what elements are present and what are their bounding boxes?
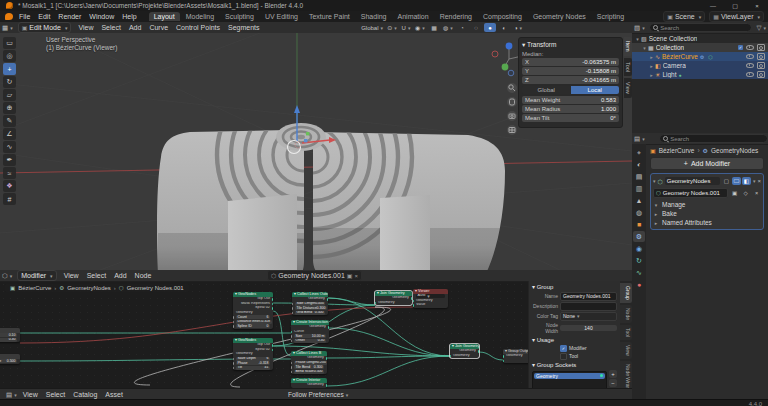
shading-material[interactable]: ◐ (498, 23, 510, 32)
group-sockets-title[interactable]: ▾ Group Sockets (532, 361, 617, 368)
topbar-menu-item[interactable]: Window (85, 13, 118, 20)
unlink-icon[interactable]: × (354, 273, 358, 279)
sidebar-tab-view[interactable]: View (624, 78, 632, 98)
outliner-row[interactable]: ▸☀Light● (632, 70, 768, 79)
breadcrumb-item[interactable]: BézierCurve (18, 285, 51, 291)
workspace-tab[interactable]: UV Editing (260, 12, 303, 21)
import-method-dropdown[interactable]: Follow Preferences (288, 391, 348, 398)
shading-wireframe[interactable]: ◌ (470, 23, 482, 32)
annotate-tool[interactable]: ✎ (3, 115, 16, 127)
sidebar-tab-tool[interactable]: Tool (624, 58, 632, 76)
node-width-slider[interactable]: 140 (560, 325, 617, 332)
outliner-row[interactable]: ▸◧Camera (632, 61, 768, 70)
workspace-tab[interactable]: Texture Paint (304, 12, 355, 21)
node-value-field[interactable]: Save Depth6 (236, 357, 270, 361)
workspace-tab[interactable]: Layout (149, 12, 180, 21)
topbar-menu-item[interactable]: File (15, 13, 34, 20)
tab-object[interactable]: ■ (633, 219, 645, 230)
group-description-field[interactable] (560, 302, 617, 311)
viewport-menu-item[interactable]: View (74, 24, 97, 31)
measure-tool[interactable]: ∠ (3, 128, 16, 140)
node-value-field[interactable]: Spline ID0 (236, 324, 270, 328)
workspace-tab[interactable]: Shading (356, 12, 392, 21)
outliner-row[interactable]: ▾▦Collection✓ (632, 43, 768, 52)
node-tree-type-dropdown[interactable]: Modifier (17, 270, 56, 281)
randomize-tool[interactable]: ≈ (3, 167, 16, 179)
node-value-field[interactable]: Tile Bend0.300 (294, 365, 324, 369)
viewport-3d[interactable]: ▦ ▣Edit Mode ViewSelectAddCurveControl P… (0, 22, 632, 270)
node-tab-group[interactable]: Group (620, 283, 632, 303)
extras-dropdown-icon[interactable]: ▾ (753, 178, 756, 184)
properties-editor-icon[interactable]: ▤ (632, 135, 647, 143)
tab-scene[interactable]: ▲ (633, 195, 645, 206)
viewport-menu-item[interactable]: Add (125, 24, 145, 31)
minimize-button[interactable]: — (702, 0, 724, 11)
viewport-menu-item[interactable]: Segments (224, 24, 264, 31)
sidebar-tab-item[interactable]: Item (624, 37, 632, 56)
tab-output[interactable]: ▤ (633, 171, 645, 182)
pen-tool[interactable]: ✒ (3, 154, 16, 166)
workspace-tab[interactable]: Rendering (435, 12, 477, 21)
workspace-tab[interactable]: Compositing (478, 12, 527, 21)
tab-physics[interactable]: ◉ (633, 243, 645, 254)
outliner-row[interactable]: ▸∿BézierCurve⚙⬡ (632, 52, 768, 61)
tab-render[interactable]: ◐ (633, 159, 645, 170)
xray-toggle[interactable]: ◔ (456, 23, 468, 32)
modifier-name-field[interactable]: GeometryNodes (665, 177, 720, 185)
node-value-field[interactable]: Grid Bend0.500 (295, 311, 325, 315)
node-value-field[interactable]: Bend Scale0.500 (294, 370, 324, 374)
node-editor-menu-item[interactable]: View (60, 272, 83, 279)
group-node-b[interactable]: ▾ GeoNodesTop OutSpiral 02GeometrySave D… (233, 338, 273, 370)
node-value-field[interactable]: Distance Inner-0.318 (236, 320, 272, 324)
node-value-field[interactable]: Tilt41 (236, 366, 270, 370)
scale-tool[interactable]: ▱ (3, 89, 16, 101)
node-value-field[interactable]: Offset0.30 (294, 339, 326, 343)
editor-type-icon[interactable]: ▦ (0, 24, 15, 32)
usage-tool-row[interactable]: Tool (560, 353, 617, 360)
close-icon[interactable]: × (757, 178, 761, 184)
tab-constraints[interactable]: ↻ (633, 255, 645, 266)
node-value-field[interactable]: Phase Length0.200 (294, 361, 327, 365)
node-editor-menu-item[interactable]: Add (110, 272, 130, 279)
blender-logo-icon[interactable] (6, 2, 13, 9)
node-value-field[interactable]: Count6 (236, 315, 270, 319)
proportional-edit[interactable]: ◉ (414, 23, 426, 32)
group-name-field[interactable]: Geometry Nodes.001 (560, 292, 617, 301)
hide-eye-icon[interactable] (746, 63, 754, 69)
shading-rendered[interactable]: ◑ (512, 23, 524, 32)
rotate-tool[interactable]: ↻ (3, 76, 16, 88)
breadcrumb-item[interactable]: GeometryNodes (711, 147, 758, 154)
viewer-node[interactable]: ▾ ViewerAutoGeometryValue (413, 289, 448, 308)
outliner-filter-icon[interactable]: ▽ (754, 24, 768, 32)
topbar-menu-item[interactable]: Render (54, 13, 85, 20)
group-panel-title[interactable]: ▾ Group (532, 283, 617, 290)
node-editor-menu-item[interactable]: Select (83, 272, 110, 279)
pillar-left[interactable] (228, 194, 297, 270)
group-sockets-list[interactable]: Geometry (532, 371, 607, 389)
median-y-field[interactable]: Y-0.15808 m (522, 67, 619, 75)
node-editor-menu-item[interactable]: Node (131, 272, 156, 279)
node-editor-type-icon[interactable]: ⬡ (0, 272, 14, 280)
show-gizmo[interactable]: ▦ (428, 23, 440, 32)
node-value-field[interactable]: Tile Distance0.300 (295, 306, 327, 310)
mean-tilt-field[interactable]: Mean Tilt0° (522, 114, 619, 122)
disable-render-icon[interactable] (757, 44, 765, 51)
modifier-checkbox[interactable]: ✓ (560, 345, 567, 352)
move-tool[interactable]: + (3, 63, 16, 75)
modifier-section-manage[interactable]: ▾Manage (653, 200, 761, 209)
pivot-dropdown[interactable]: ⊙ (386, 23, 398, 32)
outliner-row[interactable]: ▾▧Scene Collection (632, 34, 768, 43)
join-geometry-main[interactable]: ▾ Join GeometryGeometryGeometry (450, 344, 479, 358)
tab-data[interactable]: ∿ (633, 267, 645, 278)
node-tab-view[interactable]: View (620, 342, 632, 359)
workspace-tab[interactable]: Modeling (181, 12, 219, 21)
breadcrumb-item[interactable]: Geometry Nodes.001 (127, 285, 184, 291)
asset-menu-item[interactable]: Select (42, 391, 69, 398)
blender-menu-icon[interactable] (5, 13, 13, 20)
geometry-node-editor[interactable]: ⬡ Modifier ViewSelectAddNode ⬡ Geometry … (0, 270, 632, 388)
remove-socket-button[interactable]: − (609, 379, 617, 387)
group-node-a[interactable]: ▾ GeoNodesTop OutMask RepetitionsSpiral … (233, 292, 273, 329)
pattern-tool[interactable]: # (3, 193, 16, 205)
node-menu-field[interactable]: Auto (416, 294, 445, 298)
maximize-button[interactable]: ▢ (724, 0, 746, 11)
